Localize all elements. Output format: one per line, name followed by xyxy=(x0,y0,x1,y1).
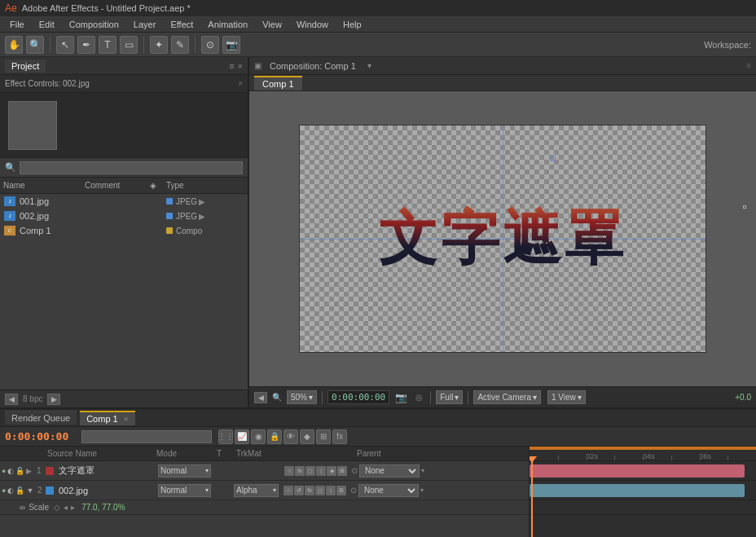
tool-shape[interactable]: ▭ xyxy=(120,36,138,54)
track-2-switch-1[interactable]: ☆ xyxy=(284,486,293,495)
track-2-mode-value: Normal xyxy=(160,486,187,495)
track-2-switch-2[interactable]: ↺ xyxy=(294,486,304,495)
track-1-switch-5[interactable]: ◈ xyxy=(327,466,336,476)
track-1-controls: 🔓 ▶ 1 xyxy=(2,466,44,475)
comp-tab-comp1[interactable]: Comp 1 xyxy=(254,76,302,90)
effect-controls-header: Effect Controls: 002.jpg × xyxy=(0,75,248,93)
views-count-dropdown[interactable]: 1 View ▾ xyxy=(547,390,586,404)
tool-brush[interactable]: ✎ xyxy=(171,36,189,54)
comp-panel-menu[interactable]: ≡ xyxy=(746,61,751,70)
menu-animation[interactable]: Animation xyxy=(201,18,254,31)
col-source-header: Source Name xyxy=(47,449,153,458)
track-2-parent-select[interactable]: None xyxy=(358,484,419,497)
track-2-switch-6[interactable]: ⊞ xyxy=(336,486,346,495)
track-1-icons: ☆ fx ◻ ↕ ◈ ⊞ xyxy=(284,466,349,476)
track-1-switch-2[interactable]: fx xyxy=(295,466,305,476)
asset-arrow-001: ▶ xyxy=(199,197,205,206)
track-1-switch-3[interactable]: ◻ xyxy=(305,466,315,476)
ruler-mark-04s: 04s xyxy=(643,452,655,460)
panel-close-btn[interactable]: × xyxy=(238,61,243,71)
left-scroll-left[interactable]: ◀ xyxy=(5,394,18,405)
menu-window[interactable]: Window xyxy=(290,18,335,31)
track-2-mode-dropdown[interactable]: Normal ▾ xyxy=(158,484,211,497)
track-1-visibility[interactable] xyxy=(2,466,6,475)
track-2-bar[interactable] xyxy=(530,484,745,497)
track-1-parent-icon: ⊙ xyxy=(351,466,358,475)
menu-help[interactable]: Help xyxy=(336,18,368,31)
track-2-switch-4[interactable]: ◻ xyxy=(315,486,325,495)
tool-camera[interactable]: 📷 xyxy=(222,36,240,54)
effect-controls-close[interactable]: × xyxy=(238,79,243,88)
timeline-search-input[interactable] xyxy=(81,430,212,443)
project-search-input[interactable] xyxy=(20,161,243,174)
tool-hand[interactable]: ✋ xyxy=(5,36,23,54)
track-1-bar-row xyxy=(530,461,756,481)
track-2-lock[interactable]: 🔓 xyxy=(15,486,24,495)
jpeg-icon-2: J xyxy=(4,211,15,221)
track-2-solo[interactable] xyxy=(7,486,14,495)
comp-nav-prev[interactable]: ◀ xyxy=(254,392,267,403)
menu-file[interactable]: File xyxy=(3,18,31,31)
tool-puppet[interactable]: ✦ xyxy=(150,36,168,54)
tl-icon-graph[interactable]: 📈 xyxy=(235,429,249,444)
zoom-dropdown[interactable]: 50% ▾ xyxy=(287,390,317,404)
views-count-arrow: ▾ xyxy=(578,393,582,402)
track-1-parent-select[interactable]: None xyxy=(359,464,420,478)
ruler-line-6 xyxy=(700,456,701,460)
track-1-switch-4[interactable]: ↕ xyxy=(316,466,326,476)
quality-arrow: ▾ xyxy=(455,393,459,402)
tl-icon-lock[interactable]: 🔒 xyxy=(267,429,282,444)
tl-icon-solo[interactable]: ◉ xyxy=(251,429,266,444)
track-1-mode-value: Normal xyxy=(160,466,187,475)
asset-type-001: JPEG xyxy=(176,197,197,206)
tl-icon-motion[interactable]: ⊞ xyxy=(316,429,331,444)
render-queue-tab[interactable]: Render Queue xyxy=(5,411,77,425)
playhead[interactable] xyxy=(531,461,533,537)
track-1-parent-arrow: ▾ xyxy=(421,467,424,474)
tl-icon-effects[interactable]: fx xyxy=(332,429,347,444)
tool-text[interactable]: T xyxy=(99,36,116,54)
track-2-expand[interactable]: ▼ xyxy=(26,486,33,495)
comp1-tab-label: Comp 1 xyxy=(86,414,118,424)
tool-select[interactable]: ↖ xyxy=(56,36,74,54)
project-tab[interactable]: Project xyxy=(5,59,46,73)
menu-layer[interactable]: Layer xyxy=(127,18,163,31)
comp1-timeline-tab[interactable]: Comp 1 × xyxy=(80,411,134,425)
quality-dropdown[interactable]: Full ▾ xyxy=(436,390,463,404)
track-1-mode-dropdown[interactable]: Normal ▾ xyxy=(158,464,211,478)
tool-roto[interactable]: ⊙ xyxy=(201,36,219,54)
comp1-tab-close[interactable]: × xyxy=(124,415,129,424)
track-1-expand[interactable]: ▶ xyxy=(26,467,32,475)
menu-view[interactable]: View xyxy=(256,18,288,31)
left-scroll-right[interactable]: ▶ xyxy=(47,394,60,405)
tool-zoom[interactable]: 🔍 xyxy=(26,36,44,54)
anchor-right xyxy=(743,205,746,209)
list-item[interactable]: C Comp 1 Compo xyxy=(0,223,248,238)
tl-icon-hide[interactable]: 👁 xyxy=(284,429,298,444)
track-2-trkmat-dropdown[interactable]: Alpha ▾ xyxy=(234,484,279,497)
tool-pen[interactable]: ✒ xyxy=(77,36,95,54)
track-1-mode-arrow: ▾ xyxy=(205,467,209,474)
track-1-switch-6[interactable]: ⊞ xyxy=(337,466,347,476)
track-1-bar[interactable] xyxy=(530,464,745,478)
track-1-switch-1[interactable]: ☆ xyxy=(284,466,294,476)
menu-edit[interactable]: Edit xyxy=(33,18,61,31)
track-1-lock[interactable]: 🔓 xyxy=(15,467,24,475)
panel-menu-btn[interactable]: ≡ xyxy=(229,61,234,71)
list-item[interactable]: J 002.jpg JPEG ▶ xyxy=(0,209,248,223)
menu-effect[interactable]: Effect xyxy=(164,18,200,31)
effect-controls-tab[interactable]: Effect Controls: 002.jpg xyxy=(5,79,90,88)
corner-tl xyxy=(551,156,556,161)
tl-icon-expand[interactable]: ⋮⋮ xyxy=(218,429,233,444)
camera-view-dropdown[interactable]: Active Camera ▾ xyxy=(473,390,541,404)
comp-panel-expand[interactable]: ▾ xyxy=(367,61,371,70)
track-1-solo[interactable] xyxy=(7,466,14,475)
asset-list: J 001.jpg JPEG ▶ J 002.jpg JPEG ▶ xyxy=(0,194,248,390)
track-2-bar-row xyxy=(530,481,756,500)
menu-composition[interactable]: Composition xyxy=(63,18,125,31)
list-item[interactable]: J 001.jpg JPEG ▶ xyxy=(0,194,248,209)
tl-icon-markers[interactable]: ◆ xyxy=(300,429,314,444)
track-2-switch-3[interactable]: fx xyxy=(305,486,314,495)
track-2-visibility[interactable] xyxy=(2,486,6,495)
track-2-switch-5[interactable]: ↕ xyxy=(326,486,336,495)
